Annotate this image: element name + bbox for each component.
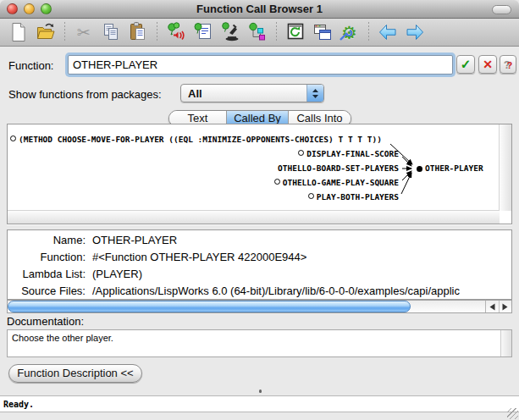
expand-circle-icon[interactable] xyxy=(274,179,280,185)
graph-node-display-final-score[interactable]: DISPLAY-FINAL-SCORE xyxy=(298,149,399,159)
cross-icon: ✕ xyxy=(483,58,493,71)
listeners-icon xyxy=(165,21,187,43)
paste-button[interactable] xyxy=(126,20,149,44)
object-clipboard-icon xyxy=(246,21,268,43)
expand-circle-icon[interactable] xyxy=(298,150,304,156)
function-call-browser-window: Function Call Browser 1 ✂ xyxy=(0,0,519,420)
packages-label: Show functions from packages: xyxy=(8,88,162,101)
graph-node-method-choose-move-for-player[interactable]: (METHOD CHOOSE-MOVE-FOR-PLAYER ((EQL :MI… xyxy=(10,135,382,145)
documentation-pane: Choose the other player. xyxy=(7,329,512,357)
graph-horizontal-scrollbar[interactable] xyxy=(8,210,500,224)
graph-node-play-both-players[interactable]: PLAY-BOTH-PLAYERS xyxy=(308,192,399,202)
expand-circle-icon[interactable] xyxy=(10,135,16,141)
node-dot-icon xyxy=(417,166,422,172)
function-label: Function: xyxy=(8,59,53,72)
packages-dropdown[interactable]: All xyxy=(180,84,324,102)
cut-button[interactable]: ✂ xyxy=(72,20,95,44)
detail-row-source-files: Source Files: /Applications/LispWorks 6.… xyxy=(8,283,511,300)
title-bar[interactable]: Function Call Browser 1 xyxy=(0,0,519,19)
scroll-left-button[interactable] xyxy=(486,301,499,312)
clone-window-icon xyxy=(312,21,334,43)
copy-button[interactable] xyxy=(99,20,122,44)
scroll-right-button[interactable] xyxy=(499,301,512,312)
resize-grip[interactable] xyxy=(507,408,518,419)
check-icon: ✓ xyxy=(461,57,472,71)
history-forward-button[interactable] xyxy=(403,20,426,44)
window-title: Function Call Browser 1 xyxy=(0,3,519,15)
documentation-scrollbar[interactable] xyxy=(500,330,511,356)
detail-row-lambda-list: Lambda List: (PLAYER) xyxy=(8,266,511,283)
graph-node-othello-game-play-square[interactable]: OTHELLO-GAME-PLAY-SQUARE xyxy=(274,178,399,188)
editors-button[interactable] xyxy=(191,20,214,44)
graph-node-othello-board-set-players[interactable]: OTHELLO-BOARD-SET-PLAYERS xyxy=(278,163,399,174)
status-bar: Ready. xyxy=(0,395,519,412)
packages-dropdown-value: All xyxy=(188,87,202,100)
inspect-icon xyxy=(219,21,241,43)
graph-vertical-scrollbar[interactable] xyxy=(499,124,511,211)
paste-icon xyxy=(127,21,149,43)
toolbar-separator xyxy=(368,22,369,42)
mouse-cursor-artifact xyxy=(259,390,262,393)
toolbar: ✂ ⚙ xyxy=(0,19,519,47)
copy-icon xyxy=(100,21,122,43)
toolbar-separator xyxy=(64,22,65,42)
new-document-button[interactable] xyxy=(7,20,30,44)
preferences-button[interactable]: ⚙ xyxy=(338,20,361,44)
editors-icon xyxy=(192,21,214,43)
refresh-button[interactable] xyxy=(284,20,306,44)
forward-arrow-icon xyxy=(404,21,426,43)
status-text: Ready. xyxy=(3,400,34,409)
open-file-button[interactable] xyxy=(34,20,57,44)
toolbar-toggle-button[interactable] xyxy=(492,5,511,14)
scissors-icon: ✂ xyxy=(77,25,91,41)
confirm-button[interactable]: ✓ xyxy=(456,55,475,74)
function-input[interactable] xyxy=(68,55,453,75)
function-details-pane: Name: OTHER-PLAYER Function: #<Function … xyxy=(7,229,512,300)
scrollbar-arrows xyxy=(485,301,511,312)
cancel-button[interactable]: ✕ xyxy=(478,55,497,74)
question-icon: ? xyxy=(507,60,513,70)
detail-row-name: Name: OTHER-PLAYER xyxy=(8,232,511,249)
new-document-icon xyxy=(8,21,30,43)
object-clipboard-button[interactable] xyxy=(246,20,268,44)
refresh-icon xyxy=(284,21,306,43)
call-graph-pane: (METHOD CHOOSE-MOVE-FOR-PLAYER ((EQL :MI… xyxy=(7,124,512,224)
toolbar-separator xyxy=(276,22,277,42)
expand-circle-icon[interactable] xyxy=(308,193,314,199)
documentation-text: Choose the other player. xyxy=(12,333,113,343)
back-arrow-icon xyxy=(377,21,399,43)
dropdown-stepper-icon xyxy=(306,85,323,102)
graph-node-other-player[interactable]: OTHER-PLAYER xyxy=(417,163,483,174)
listeners-button[interactable] xyxy=(164,20,187,44)
help-button[interactable]: ?? xyxy=(500,55,516,74)
detail-row-function: Function: #<Function OTHER-PLAYER 422000… xyxy=(8,249,511,266)
function-description-button[interactable]: Function Description << xyxy=(8,364,142,383)
documentation-label: Documentation: xyxy=(7,315,84,328)
clone-window-button[interactable] xyxy=(311,20,334,44)
history-back-button[interactable] xyxy=(376,20,399,44)
scrollbar-thumb[interactable] xyxy=(8,301,411,312)
inspect-button[interactable] xyxy=(218,20,241,44)
details-horizontal-scrollbar[interactable] xyxy=(7,300,512,313)
gear-icon: ⚙ xyxy=(341,24,357,41)
open-file-icon xyxy=(35,21,57,43)
toolbar-separator xyxy=(157,22,157,42)
